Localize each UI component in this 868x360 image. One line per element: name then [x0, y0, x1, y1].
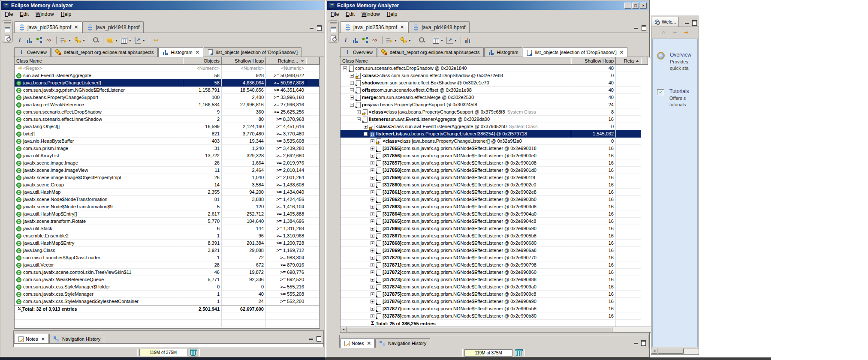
tree-row[interactable]: +c<class> class java.beans.PropertyChang…: [341, 108, 661, 116]
back-arrow-icon[interactable]: ←: [672, 29, 678, 36]
expand-icon[interactable]: +: [371, 270, 374, 274]
tree-row[interactable]: +[317870] com.sun.javafx.sg.prism.NGNode…: [341, 254, 661, 261]
group-button[interactable]: ▼: [73, 35, 87, 45]
tree-row[interactable]: +[317875] com.sun.javafx.sg.prism.NGNode…: [341, 291, 661, 298]
expand-icon[interactable]: +: [350, 74, 354, 78]
close-icon[interactable]: ✕: [196, 50, 199, 55]
table-row[interactable]: Cjavafx.scene.image.ImageView112,464>= 2…: [15, 167, 319, 174]
tree-row[interactable]: +[317860] com.sun.javafx.sg.prism.NGNode…: [341, 181, 661, 189]
run-gc-button[interactable]: [514, 349, 523, 357]
expand-icon[interactable]: +: [371, 234, 374, 238]
editor-tab[interactable]: java_pid4948.hprof: [408, 21, 470, 33]
table-row[interactable]: Cjava.util.Stack6144>= 1,311,288: [15, 225, 319, 232]
tree-row[interactable]: +[317869] com.sun.javafx.sg.prism.NGNode…: [341, 247, 661, 254]
search-button[interactable]: [91, 35, 101, 45]
expand-icon[interactable]: +: [371, 154, 374, 158]
tree-row[interactable]: +[317861] com.sun.javafx.sg.prism.NGNode…: [341, 189, 661, 196]
menu-file[interactable]: File: [331, 11, 339, 17]
menu-help[interactable]: Help: [387, 11, 398, 17]
expand-icon[interactable]: +: [350, 88, 354, 92]
maximize-button[interactable]: □: [632, 3, 639, 9]
expand-icon[interactable]: +: [371, 147, 374, 150]
fastview-handle-icon[interactable]: [330, 22, 337, 24]
tree-row[interactable]: +[317865] com.sun.javafx.sg.prism.NGNode…: [341, 218, 661, 225]
dropdown-arrow-icon[interactable]: ▼: [394, 39, 397, 42]
table-row[interactable]: Cjavafx.scene.transform.Rotate5,770184,6…: [15, 218, 319, 225]
table-row[interactable]: Cjava.beans.PropertyChangeListener[]584,…: [15, 79, 319, 87]
dropdown-arrow-icon[interactable]: ▼: [115, 39, 118, 42]
dropdown-arrow-icon[interactable]: ▼: [454, 39, 457, 42]
tree-row[interactable]: +[317863] com.sun.javafx.sg.prism.NGNode…: [341, 203, 661, 210]
expand-icon[interactable]: +: [371, 139, 374, 143]
view-tab[interactable]: default_report org.eclipse.mat.api:suspe…: [377, 47, 484, 57]
table-row[interactable]: Ccom.sun.prism.Image311,240>= 3,439,280: [15, 145, 319, 152]
view-tab[interactable]: Histogram: [484, 47, 522, 57]
collapse-icon[interactable]: −: [343, 66, 347, 70]
close-button[interactable]: ×: [640, 3, 647, 9]
close-icon[interactable]: ✕: [74, 25, 78, 30]
numeric-filter-cell[interactable]: <Numeric>: [266, 65, 306, 72]
tab-notes[interactable]: Notes✕: [341, 338, 375, 348]
table-row[interactable]: Ccom.sun.javafx.css.StyleManager$Stylesh…: [15, 298, 319, 305]
table-row[interactable]: Ccom.sun.javafx.sg.prism.NGNode$EffectLi…: [15, 87, 319, 94]
scrollbar-thumb[interactable]: [347, 327, 612, 332]
tree-row[interactable]: +[317874] com.sun.javafx.sg.prism.NGNode…: [341, 283, 661, 291]
oql-button[interactable]: OQL: [371, 35, 380, 45]
tab-navigation-history[interactable]: Navigation History: [49, 334, 104, 343]
numeric-filter-cell[interactable]: <Numeric>: [183, 65, 222, 72]
right-titlebar[interactable]: Eclipse Memory Analyzer _ □ ×: [327, 1, 648, 10]
expand-icon[interactable]: +: [371, 241, 374, 245]
tree-row[interactable]: +[317862] com.sun.javafx.sg.prism.NGNode…: [341, 196, 661, 203]
expand-icon[interactable]: +: [371, 307, 374, 311]
table-row[interactable]: Ccom.sun.javafx.WeakReferenceQueue5,7719…: [15, 276, 319, 283]
compare-button[interactable]: ↔: [151, 35, 161, 45]
tree-row[interactable]: +[317859] com.sun.javafx.sg.prism.NGNode…: [341, 174, 661, 181]
globe-icon[interactable]: [657, 52, 665, 60]
expand-icon[interactable]: +: [371, 219, 374, 223]
tree-row[interactable]: +merge com.sun.scenario.effect.Merge @ 0…: [341, 94, 661, 101]
expand-icon[interactable]: +: [350, 81, 354, 85]
table-row[interactable]: Cjava.lang.Object[]16,5992,124,160>= 4,4…: [15, 123, 319, 130]
table-row[interactable]: Cjavafx.scene.image.Image261,664>= 2,019…: [15, 159, 319, 167]
table-row[interactable]: Csun.awt.EventListenerAggregate58928>= 5…: [15, 72, 319, 79]
tree-row[interactable]: −[]listenerList java.beans.PropertyChang…: [341, 130, 661, 138]
expand-icon[interactable]: +: [371, 263, 374, 267]
table-row[interactable]: Ccom.sun.javafx.css.StyleManager140>= 55…: [15, 291, 319, 298]
table-row[interactable]: Ccom.sun.javafx.css.StyleManager$Holder0…: [15, 283, 319, 291]
expand-icon[interactable]: +: [371, 227, 374, 231]
minimize-view-button[interactable]: [633, 25, 639, 30]
expand-icon[interactable]: +: [364, 125, 368, 129]
export-button[interactable]: ↗▼: [445, 35, 458, 45]
runlist-button[interactable]: ▼: [59, 35, 72, 45]
tab-navigation-history[interactable]: Navigation History: [375, 338, 430, 348]
table-row[interactable]: Cjava.beans.PropertyChangeSupport1002,40…: [15, 94, 319, 101]
tutorial-icon[interactable]: ✓: [657, 89, 664, 95]
numeric-filter-cell[interactable]: <Numeric>: [222, 65, 266, 72]
close-icon[interactable]: ✕: [400, 25, 404, 30]
expand-icon[interactable]: +: [371, 161, 374, 165]
group-button[interactable]: ▼: [399, 35, 413, 45]
home-icon[interactable]: ⌂: [660, 29, 667, 36]
table-row[interactable]: Cjavafx.scene.Node$NodeTransformation$95…: [15, 203, 319, 210]
collapse-icon[interactable]: −: [364, 132, 368, 136]
tree-row[interactable]: +[317871] com.sun.javafx.sg.prism.NGNode…: [341, 261, 661, 269]
tree-row[interactable]: −com.sun.scenario.effect.DropShadow @ 0x…: [341, 65, 661, 72]
flamebar-button[interactable]: [463, 35, 473, 45]
expand-icon[interactable]: +: [350, 96, 354, 99]
table-row[interactable]: Ccom.sun.scenario.effect.DropShadow9360>…: [15, 108, 319, 116]
fastview-handle-icon[interactable]: [4, 22, 11, 24]
restore-view-icon[interactable]: [5, 27, 10, 32]
table-row[interactable]: Cjava.util.HashMap$Entry8,391201,384>= 1…: [15, 240, 319, 247]
table-row[interactable]: Cjava.util.HashMap2,35594,200>= 1,434,04…: [15, 189, 319, 196]
tree-row[interactable]: +c<class> class sun.awt.EventListenerAgg…: [341, 123, 661, 130]
table-row[interactable]: Cjava.lang.ref.WeakReference1,166,53427,…: [15, 101, 319, 108]
info-button[interactable]: i: [341, 35, 350, 45]
collapse-icon[interactable]: −: [357, 117, 361, 121]
maximize-view-button[interactable]: [641, 25, 647, 30]
table-row[interactable]: Cjavafx.scene.Group143,584>= 1,438,608: [15, 181, 319, 189]
tree-button[interactable]: [361, 35, 370, 45]
restore-view-icon[interactable]: [331, 27, 336, 32]
expand-icon[interactable]: +: [371, 176, 374, 180]
editor-tab[interactable]: java_pid2536.hprof✕: [14, 21, 82, 33]
tree-row[interactable]: +[317878] com.sun.javafx.sg.prism.NGNode…: [341, 312, 661, 320]
